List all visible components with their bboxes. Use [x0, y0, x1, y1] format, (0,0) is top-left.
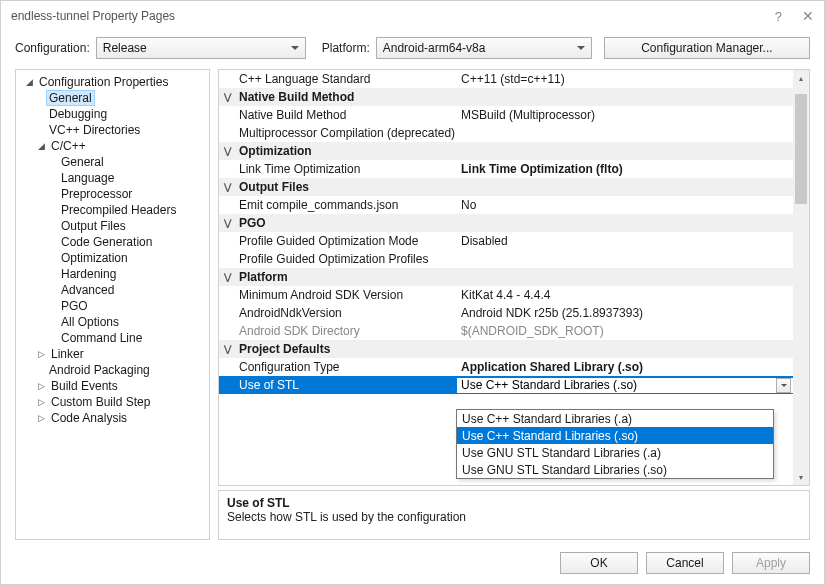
tree-code-analysis[interactable]: ▷Code Analysis	[16, 410, 209, 426]
dropdown-button[interactable]	[776, 378, 791, 393]
tree-debugging[interactable]: Debugging	[16, 106, 209, 122]
row-lto[interactable]: Link Time OptimizationLink Time Optimiza…	[219, 160, 793, 178]
configuration-select[interactable]: Release	[96, 37, 306, 59]
cat-output[interactable]: ⋁Output Files	[219, 178, 793, 196]
caret-down-icon: ⋁	[219, 344, 235, 354]
cancel-button[interactable]: Cancel	[646, 552, 724, 574]
cat-native[interactable]: ⋁Native Build Method	[219, 88, 793, 106]
caret-down-icon: ◢	[36, 141, 46, 151]
tree-pane[interactable]: ◢Configuration Properties General Debugg…	[15, 69, 210, 540]
platform-select[interactable]: Android-arm64-v8a	[376, 37, 592, 59]
tree-cpp-allopts[interactable]: All Options	[16, 314, 209, 330]
tree-cpp-cmdline[interactable]: Command Line	[16, 330, 209, 346]
dd-option-gnu-so[interactable]: Use GNU STL Standard Libraries (.so)	[457, 461, 773, 478]
row-min-sdk[interactable]: Minimum Android SDK VersionKitKat 4.4 - …	[219, 286, 793, 304]
right-pane: C++ Language StandardC++11 (std=c++11) ⋁…	[218, 69, 810, 540]
caret-down-icon: ⋁	[219, 218, 235, 228]
chevron-down-icon	[577, 46, 585, 50]
close-icon[interactable]: ✕	[802, 8, 814, 24]
scroll-down-icon[interactable]: ▾	[793, 469, 809, 485]
tree-cpp-advanced[interactable]: Advanced	[16, 282, 209, 298]
caret-right-icon: ▷	[36, 381, 46, 391]
configuration-label: Configuration:	[15, 41, 90, 55]
tree-build-events[interactable]: ▷Build Events	[16, 378, 209, 394]
description-box: Use of STL Selects how STL is used by th…	[218, 490, 810, 540]
stl-value: Use C++ Standard Libraries (.so)	[461, 378, 637, 392]
chevron-down-icon	[781, 384, 787, 387]
caret-down-icon: ◢	[24, 77, 34, 87]
window-title: endless-tunnel Property Pages	[11, 9, 175, 23]
tree-cpp-pgo[interactable]: PGO	[16, 298, 209, 314]
desc-title: Use of STL	[227, 496, 801, 510]
tree-cpp-optimization[interactable]: Optimization	[16, 250, 209, 266]
configuration-value: Release	[103, 41, 147, 55]
footer: OK Cancel Apply	[560, 552, 810, 574]
dd-option-a[interactable]: Use C++ Standard Libraries (.a)	[457, 410, 773, 427]
scroll-thumb[interactable]	[795, 94, 807, 204]
configuration-manager-button[interactable]: Configuration Manager...	[604, 37, 810, 59]
row-stl[interactable]: Use of STL Use C++ Standard Libraries (.…	[219, 376, 793, 394]
tree-cpp[interactable]: ◢C/C++	[16, 138, 209, 154]
chevron-down-icon	[291, 46, 299, 50]
caret-down-icon: ⋁	[219, 92, 235, 102]
config-row: Configuration: Release Platform: Android…	[1, 31, 824, 65]
caret-down-icon: ⋁	[219, 272, 235, 282]
row-ndk[interactable]: AndroidNdkVersionAndroid NDK r25b (25.1.…	[219, 304, 793, 322]
row-pgo-profiles[interactable]: Profile Guided Optimization Profiles	[219, 250, 793, 268]
row-sdk-dir[interactable]: Android SDK Directory$(ANDROID_SDK_ROOT)	[219, 322, 793, 340]
caret-down-icon: ⋁	[219, 146, 235, 156]
dd-option-selected[interactable]: Use C++ Standard Libraries (.so)	[457, 427, 773, 444]
row-mp[interactable]: Multiprocessor Compilation (deprecated)	[219, 124, 793, 142]
tree-cpp-codegen[interactable]: Code Generation	[16, 234, 209, 250]
caret-down-icon: ⋁	[219, 182, 235, 192]
caret-right-icon: ▷	[36, 413, 46, 423]
row-emit[interactable]: Emit compile_commands.jsonNo	[219, 196, 793, 214]
row-pgo-mode[interactable]: Profile Guided Optimization ModeDisabled	[219, 232, 793, 250]
scroll-up-icon[interactable]: ▴	[793, 70, 809, 86]
tree-cpp-general[interactable]: General	[16, 154, 209, 170]
cat-defaults[interactable]: ⋁Project Defaults	[219, 340, 793, 358]
platform-label: Platform:	[322, 41, 370, 55]
tree-cpp-language[interactable]: Language	[16, 170, 209, 186]
caret-right-icon: ▷	[36, 349, 46, 359]
row-conf-type[interactable]: Configuration TypeApplication Shared Lib…	[219, 358, 793, 376]
apply-button[interactable]: Apply	[732, 552, 810, 574]
desc-text: Selects how STL is used by the configura…	[227, 510, 801, 524]
row-native-method[interactable]: Native Build MethodMSBuild (Multiprocess…	[219, 106, 793, 124]
caret-right-icon: ▷	[36, 397, 46, 407]
tree-cpp-preprocessor[interactable]: Preprocessor	[16, 186, 209, 202]
row-cpp-std[interactable]: C++ Language StandardC++11 (std=c++11)	[219, 70, 793, 88]
cat-platform[interactable]: ⋁Platform	[219, 268, 793, 286]
titlebar: endless-tunnel Property Pages ? ✕	[1, 1, 824, 31]
main-area: ◢Configuration Properties General Debugg…	[15, 69, 810, 540]
cat-opt[interactable]: ⋁Optimization	[219, 142, 793, 160]
tree-cpp-hardening[interactable]: Hardening	[16, 266, 209, 282]
tree-root[interactable]: ◢Configuration Properties	[16, 74, 209, 90]
tree-linker[interactable]: ▷Linker	[16, 346, 209, 362]
tree-cpp-output[interactable]: Output Files	[16, 218, 209, 234]
dd-option-gnu-a[interactable]: Use GNU STL Standard Libraries (.a)	[457, 444, 773, 461]
stl-dropdown[interactable]: Use C++ Standard Libraries (.a) Use C++ …	[456, 409, 774, 479]
platform-value: Android-arm64-v8a	[383, 41, 486, 55]
tree-custom-build[interactable]: ▷Custom Build Step	[16, 394, 209, 410]
scroll-track[interactable]	[793, 86, 809, 469]
scrollbar-vertical[interactable]: ▴ ▾	[793, 70, 809, 485]
cat-pgo[interactable]: ⋁PGO	[219, 214, 793, 232]
tree-general[interactable]: General	[16, 90, 209, 106]
help-icon[interactable]: ?	[775, 9, 782, 24]
tree-cpp-precompiled[interactable]: Precompiled Headers	[16, 202, 209, 218]
tree-android-packaging[interactable]: Android Packaging	[16, 362, 209, 378]
tree-vcdirs[interactable]: VC++ Directories	[16, 122, 209, 138]
ok-button[interactable]: OK	[560, 552, 638, 574]
